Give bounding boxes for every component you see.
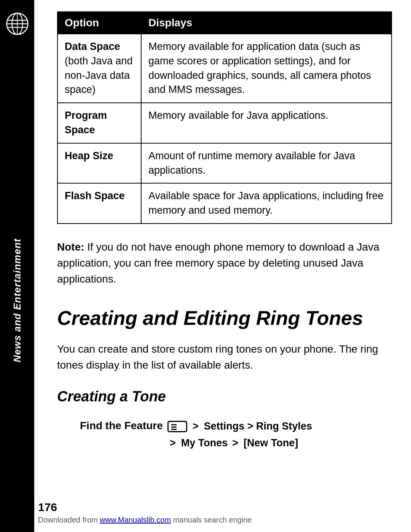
- feature-line-2-separator: >: [232, 435, 238, 451]
- menu-lines-icon: [171, 424, 177, 425]
- table-cell-displays: Memory available for Java applications.: [141, 103, 392, 143]
- section-heading: Creating and Editing Ring Tones: [57, 306, 392, 330]
- sidebar: News and Entertainment: [0, 0, 34, 532]
- table-cell-displays: Available space for Java applications, i…: [141, 183, 392, 224]
- feature-line-1-arrow: >: [193, 418, 199, 435]
- sidebar-label: News and Entertainment: [11, 238, 23, 362]
- footer: 176 Downloaded from www.Manualslib.com m…: [38, 501, 403, 524]
- table-row: Heap Size Amount of runtime memory avail…: [57, 143, 392, 184]
- table-row: Flash Space Available space for Java app…: [57, 183, 392, 224]
- table-cell-displays: Memory available for application data (s…: [141, 34, 392, 103]
- option-rest: (both Java and non-Java data space): [65, 55, 133, 96]
- feature-line-2-bracket: [New Tone]: [244, 435, 298, 451]
- table-header-row: Option Displays: [57, 12, 392, 34]
- footer-text: Downloaded from www.Manualslib.com manua…: [38, 516, 403, 524]
- menu-icon: [167, 421, 187, 432]
- note-label: Note:: [57, 241, 84, 253]
- feature-line-1: > Settings > Ring Styles: [167, 418, 312, 435]
- table-row: Data Space (both Java and non-Java data …: [57, 34, 392, 103]
- column-header-displays: Displays: [141, 12, 392, 34]
- body-paragraph: You can create and store custom ring ton…: [57, 341, 392, 373]
- feature-line-1-text: Settings > Ring Styles: [204, 418, 312, 435]
- table-cell-option: Flash Space: [57, 183, 141, 224]
- main-content: Option Displays Data Space (both Java an…: [38, 0, 411, 478]
- find-feature-label: Find the Feature: [80, 418, 167, 432]
- feature-line-2-prefix: >: [170, 435, 176, 451]
- sidebar-label-wrapper: News and Entertainment: [0, 0, 34, 532]
- table-cell-displays: Amount of runtime memory available for J…: [141, 143, 392, 184]
- find-feature-row: Find the Feature > Settings > Ring Style…: [57, 418, 392, 451]
- column-header-option: Option: [57, 12, 141, 34]
- option-bold: Flash Space: [65, 190, 125, 201]
- subsection-heading: Creating a Tone: [57, 388, 392, 405]
- option-bold: Data Space: [65, 41, 120, 52]
- option-bold: Heap Size: [65, 150, 113, 161]
- page-number: 176: [38, 501, 403, 514]
- footer-prefix: Downloaded from: [38, 516, 100, 524]
- footer-suffix: manuals search engine: [171, 516, 252, 524]
- memory-table: Option Displays Data Space (both Java an…: [57, 11, 392, 224]
- feature-line-2: > My Tones > [New Tone]: [167, 435, 312, 451]
- note-paragraph: Note: If you do not have enough phone me…: [57, 239, 392, 287]
- table-row: Program Space Memory available for Java …: [57, 103, 392, 143]
- feature-line-2-text: My Tones: [181, 435, 228, 451]
- footer-link[interactable]: www.Manualslib.com: [100, 516, 171, 524]
- table-cell-option: Data Space (both Java and non-Java data …: [57, 34, 141, 103]
- table-cell-option: Heap Size: [57, 143, 141, 184]
- table-cell-option: Program Space: [57, 103, 141, 143]
- find-feature-content: > Settings > Ring Styles > My Tones > [N…: [167, 418, 312, 451]
- note-text: If you do not have enough phone memory t…: [57, 241, 379, 285]
- option-bold: Program Space: [65, 110, 107, 136]
